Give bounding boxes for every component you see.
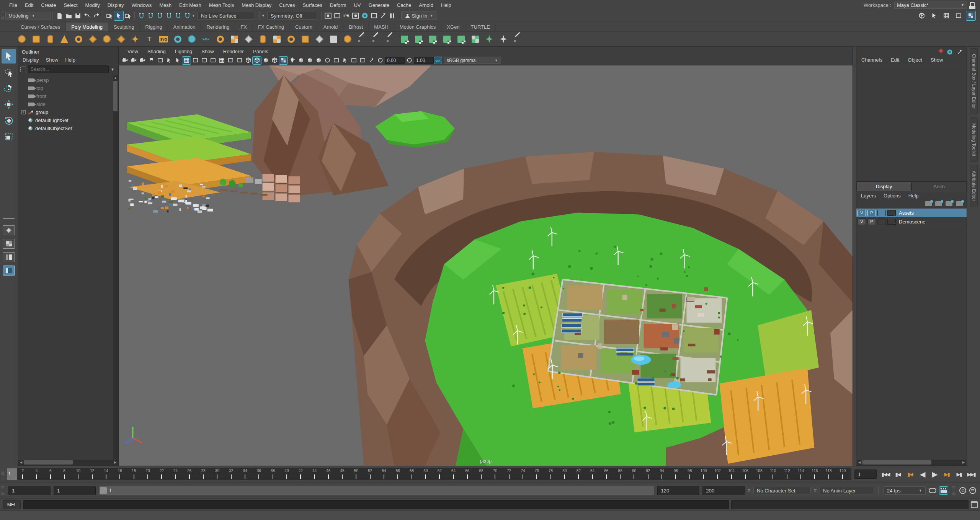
animation-start-field[interactable] xyxy=(8,486,51,495)
anti-alias-icon[interactable] xyxy=(323,57,332,64)
field-chart-icon[interactable] xyxy=(217,57,226,64)
shelf-icon[interactable] xyxy=(355,33,368,46)
shelf-tab[interactable]: TURTLE xyxy=(466,23,496,31)
save-scene-button[interactable] xyxy=(73,11,82,20)
viewport-menu-item[interactable]: Lighting xyxy=(170,49,197,54)
time-slider[interactable]: 1 24681012141618202224262830323436384042… xyxy=(7,468,851,480)
dock-character-icon[interactable] xyxy=(929,11,939,20)
motion-blur-icon[interactable] xyxy=(314,57,323,64)
layer-editor-menu-item[interactable]: Options xyxy=(880,192,905,199)
scroll-right-icon[interactable]: ▶ xyxy=(113,461,118,464)
tab-channel-box-layer-editor[interactable]: Channel Box / Layer Editor xyxy=(970,48,978,114)
viewport-menu-item[interactable]: Panels xyxy=(248,49,273,54)
current-time-marker[interactable]: 1 xyxy=(7,468,17,480)
menu-item[interactable]: Mesh xyxy=(155,2,175,8)
fps-dropdown[interactable]: 24 fps▼ xyxy=(884,486,926,495)
shelf-icon[interactable] xyxy=(100,33,113,46)
playback-start-field[interactable] xyxy=(54,486,96,495)
outliner-search-input[interactable] xyxy=(28,65,109,73)
shelf-tab[interactable]: FX xyxy=(235,23,253,31)
two-pane-layout-button[interactable] xyxy=(3,252,15,262)
ipr-render-button[interactable]: IPR xyxy=(342,11,351,20)
menu-item[interactable]: Mesh Display xyxy=(238,2,275,8)
viewport-menu-item[interactable]: Renderer xyxy=(219,49,248,54)
undo-button[interactable] xyxy=(82,11,91,20)
shelf-tab[interactable]: Rendering xyxy=(201,23,235,31)
shelf-icon[interactable] xyxy=(171,33,184,46)
shelf-icon[interactable] xyxy=(86,33,99,46)
drag-grip[interactable] xyxy=(1,11,4,20)
paint-select-tool[interactable] xyxy=(2,81,16,96)
layer-color-swatch[interactable] xyxy=(887,210,896,216)
step-forward-frame-button[interactable]: ▶▮ xyxy=(953,469,965,479)
chevron-down-icon[interactable]: ▽ xyxy=(748,489,750,492)
shelf-icon[interactable] xyxy=(327,33,340,46)
menu-item[interactable]: Help xyxy=(437,2,455,8)
shelf-icon[interactable] xyxy=(72,33,85,46)
film-gate-icon[interactable] xyxy=(191,57,199,64)
range-slider-bar[interactable]: 1 xyxy=(99,486,654,495)
outliner-menu-item[interactable]: Help xyxy=(62,57,78,63)
play-forwards-button[interactable]: ▶ xyxy=(929,469,940,479)
bookmark-icon[interactable] xyxy=(147,57,155,64)
channel-box-menu-item[interactable]: Edit xyxy=(887,57,903,63)
workspace-lock-icon[interactable] xyxy=(970,2,975,6)
scroll-up-icon[interactable]: ▲ xyxy=(113,75,118,80)
shelf-icon[interactable] xyxy=(384,33,397,46)
go-to-start-button[interactable]: ▮◀◀ xyxy=(880,469,891,479)
menu-item[interactable]: Surfaces xyxy=(299,2,326,8)
shelf-icon[interactable] xyxy=(214,33,227,46)
snap-grid-button[interactable] xyxy=(137,11,146,20)
shelf-icon[interactable] xyxy=(284,33,297,46)
script-editor-icon[interactable] xyxy=(971,501,978,508)
scroll-left-icon[interactable]: ◀ xyxy=(18,461,24,464)
animation-end-field[interactable] xyxy=(702,486,745,495)
shelf-tab[interactable]: Motion Graphics xyxy=(394,23,442,31)
layer-stack-icon[interactable] xyxy=(966,11,975,20)
isolate-select-icon[interactable] xyxy=(341,57,349,64)
channel-list-area[interactable] xyxy=(856,65,967,182)
menu-item[interactable]: Deform xyxy=(326,2,350,8)
outliner-item-top[interactable]: top xyxy=(18,84,118,92)
shelf-tab[interactable]: Animation xyxy=(168,23,201,31)
gamma-field[interactable] xyxy=(414,57,434,64)
menu-item[interactable]: Select xyxy=(60,2,81,8)
shelf-icon[interactable] xyxy=(426,33,439,46)
tab-attribute-editor[interactable]: Attribute Editor xyxy=(970,165,978,207)
current-frame-field[interactable] xyxy=(854,469,877,479)
shelf-icon[interactable] xyxy=(511,33,524,46)
range-start-handle[interactable] xyxy=(100,487,107,494)
lock-camera-icon[interactable] xyxy=(129,57,138,64)
right-panel-horizontal-scrollbar[interactable]: ◀ ▶ xyxy=(857,460,966,465)
snap-projected-center-button[interactable] xyxy=(164,11,173,20)
outliner-item-side[interactable]: side xyxy=(18,100,118,108)
playback-end-field[interactable] xyxy=(657,486,699,495)
safe-action-icon[interactable] xyxy=(226,57,235,64)
move-layer-up-icon[interactable] xyxy=(925,201,932,206)
make-live-button[interactable] xyxy=(183,11,192,20)
live-surface-field[interactable]: No Live Surface xyxy=(198,12,255,20)
occlusion-icon[interactable] xyxy=(305,57,314,64)
shelf-icon[interactable]: svg xyxy=(157,33,170,46)
scroll-left-icon[interactable]: ◀ xyxy=(857,461,862,464)
animation-preferences-icon[interactable]: ☲ xyxy=(969,487,976,494)
wireframe-on-shaded-icon[interactable] xyxy=(279,57,287,64)
drag-grip[interactable] xyxy=(952,486,955,495)
outliner-menu-item[interactable]: Show xyxy=(43,57,62,63)
lighting-sphere-icon[interactable] xyxy=(261,57,270,64)
shelf-tab[interactable]: MASH xyxy=(369,23,394,31)
layer-editor-menu-item[interactable]: Help xyxy=(905,192,923,199)
shelf-icon[interactable] xyxy=(313,33,326,46)
wireframe-icon[interactable] xyxy=(244,57,252,64)
shelf-icon[interactable] xyxy=(256,33,269,46)
pause-viewport-button[interactable] xyxy=(388,11,397,20)
channel-box-menu-item[interactable]: Channels xyxy=(857,57,887,63)
layer-visible-toggle[interactable]: V xyxy=(858,210,866,216)
shelf-tab[interactable]: Bifrost xyxy=(343,23,369,31)
layer-editor-menu-item[interactable]: Layers xyxy=(857,192,880,199)
shelf-tab[interactable]: Sculpting xyxy=(108,23,140,31)
exposure-icon[interactable] xyxy=(376,57,384,64)
axis-icon[interactable] xyxy=(938,48,944,54)
menu-item[interactable]: Display xyxy=(104,2,128,8)
menu-item[interactable]: Generate xyxy=(365,2,393,8)
